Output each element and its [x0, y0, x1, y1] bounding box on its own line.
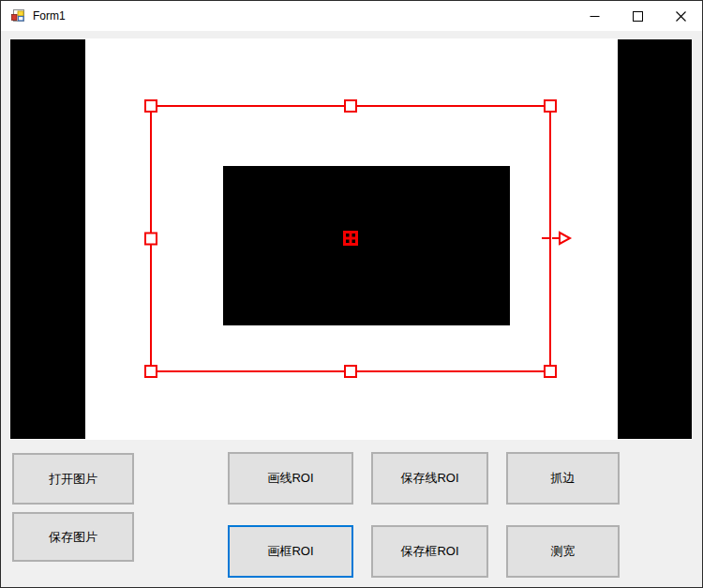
minimize-button[interactable]: [573, 1, 616, 31]
caption-controls: [573, 1, 702, 31]
grab-edge-button[interactable]: 抓边: [506, 452, 620, 505]
image-black-bar-right: [618, 39, 692, 439]
save-image-button[interactable]: 保存图片: [12, 512, 134, 562]
form-window: Form1 打开图片 保存图片: [0, 0, 703, 588]
measure-width-button[interactable]: 测宽: [506, 525, 620, 578]
image-black-rect: [223, 166, 510, 325]
window-title: Form1: [33, 9, 66, 23]
close-icon: [676, 11, 686, 22]
maximize-button[interactable]: [616, 1, 659, 31]
draw-line-roi-button[interactable]: 画线ROI: [228, 452, 353, 505]
draw-rect-roi-button[interactable]: 画框ROI: [228, 525, 353, 578]
save-rect-roi-button[interactable]: 保存框ROI: [371, 525, 488, 578]
maximize-icon: [633, 11, 643, 22]
image-black-bar-left: [10, 39, 85, 439]
open-image-button[interactable]: 打开图片: [12, 453, 134, 505]
minimize-icon: [590, 11, 600, 22]
save-line-roi-button[interactable]: 保存线ROI: [371, 452, 488, 505]
close-button[interactable]: [659, 1, 702, 31]
titlebar: Form1: [1, 1, 702, 31]
app-icon: [10, 8, 25, 23]
